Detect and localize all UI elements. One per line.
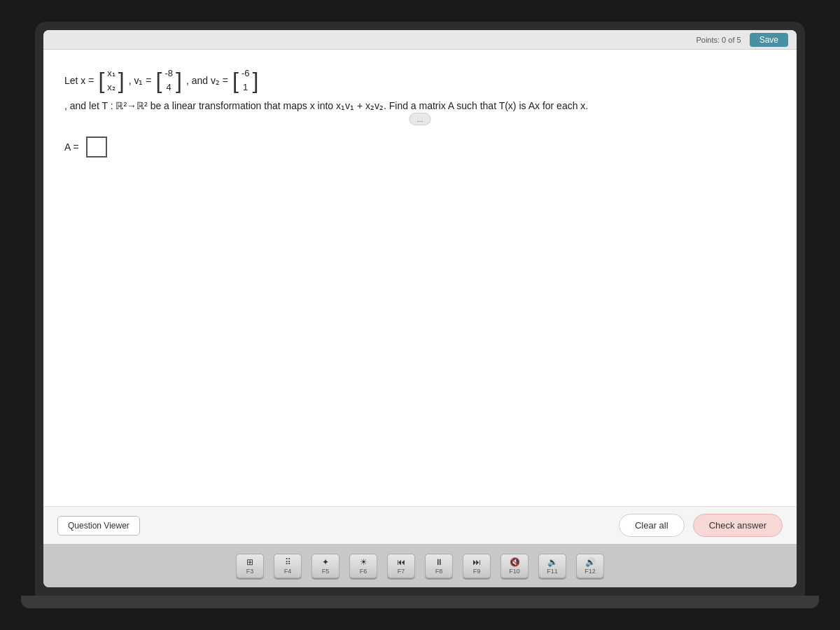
mapping-text: , and let T : ℝ²→ℝ² be a linear transfor… <box>64 96 588 115</box>
v2-entry2: 1 <box>243 80 248 94</box>
laptop-bottom-bezel <box>21 596 819 608</box>
question-line: Let x = [ x₁ x₂ ] , v₁ = [ -8 4 <box>64 66 776 115</box>
key-f8[interactable]: ⏸ F8 <box>425 554 453 578</box>
key-f10[interactable]: 🔇 F10 <box>500 554 528 578</box>
v2-entry1: -6 <box>241 66 250 80</box>
v2-vector: [ -6 1 ] <box>232 66 258 94</box>
f12-icon: 🔊 <box>585 557 596 567</box>
key-f7[interactable]: ⏮ F7 <box>387 554 415 578</box>
question-viewer-button[interactable]: Question Viewer <box>57 516 140 536</box>
right-bracket-x: ] <box>118 69 125 92</box>
f8-icon: ⏸ <box>435 557 443 567</box>
f6-icon: ☀ <box>360 557 368 567</box>
left-bracket-v2: [ <box>232 69 239 92</box>
left-bracket-x: [ <box>98 69 104 92</box>
save-button[interactable]: Save <box>750 33 788 47</box>
answer-row: A = <box>64 136 776 158</box>
key-f6[interactable]: ☀ F6 <box>349 554 377 578</box>
top-bar: Points: 0 of 5 Save <box>43 30 797 50</box>
content-area: Let x = [ x₁ x₂ ] , v₁ = [ -8 4 <box>43 50 797 506</box>
and-v2-label: , and v₂ = <box>186 71 228 90</box>
key-f11[interactable]: 🔉 F11 <box>538 554 566 578</box>
key-f5[interactable]: ✦ F5 <box>312 554 340 578</box>
f9-icon: ⏭ <box>472 557 481 567</box>
keyboard-bar: ⊞ F3 ⠿ F4 ✦ F5 ☀ F6 ⏮ F7 ⏸ F8 <box>43 544 797 587</box>
let-x-label: Let x = <box>64 71 94 90</box>
f4-icon: ⠿ <box>285 557 291 567</box>
f5-icon: ✦ <box>322 557 329 567</box>
f10-icon: 🔇 <box>510 557 520 567</box>
v1-entry2: 4 <box>167 80 172 94</box>
key-f4[interactable]: ⠿ F4 <box>274 554 302 578</box>
f3-icon: ⊞ <box>246 557 253 567</box>
dots-label: ... <box>416 115 423 123</box>
bottom-bar: Question Viewer Clear all Check answer <box>43 506 797 544</box>
key-f9[interactable]: ⏭ F9 <box>463 554 491 578</box>
f7-icon: ⏮ <box>397 557 405 567</box>
x-vector: [ x₁ x₂ ] <box>98 66 124 94</box>
x2-entry: x₂ <box>107 80 115 94</box>
bottom-actions: Clear all Check answer <box>619 514 783 537</box>
v1-label: , v₁ = <box>129 71 152 90</box>
v1-vector: [ -8 4 ] <box>156 66 182 94</box>
answer-input-box[interactable] <box>86 136 107 158</box>
right-bracket-v2: ] <box>252 69 258 92</box>
right-bracket-v1: ] <box>176 69 182 92</box>
f11-icon: 🔉 <box>547 557 558 567</box>
answer-label: A = <box>64 141 79 153</box>
key-f3[interactable]: ⊞ F3 <box>236 554 264 578</box>
left-bracket-v1: [ <box>156 69 162 92</box>
expand-dots-button[interactable]: ... <box>409 113 430 125</box>
v1-entry1: -8 <box>164 66 173 80</box>
x1-entry: x₁ <box>107 66 115 80</box>
check-answer-button[interactable]: Check answer <box>693 514 783 537</box>
clear-all-button[interactable]: Clear all <box>619 514 685 537</box>
key-f12[interactable]: 🔊 F12 <box>576 554 604 578</box>
points-info: Points: 0 of 5 <box>696 36 741 44</box>
